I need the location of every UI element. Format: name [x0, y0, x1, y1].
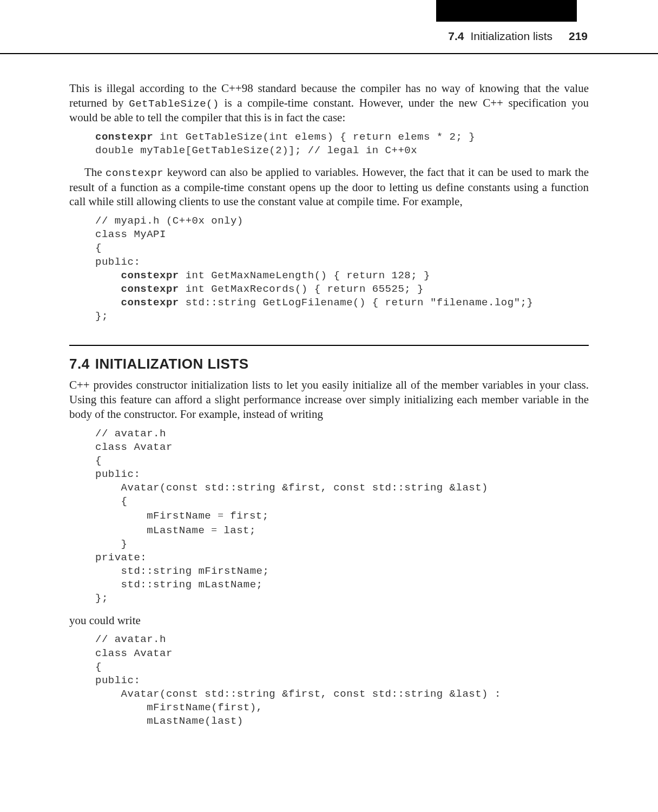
code-text: Avatar(const std::string &first, const s…	[95, 688, 501, 700]
body-paragraph: C++ provides constructor initialization …	[69, 378, 589, 422]
inline-code: constexpr	[106, 167, 163, 179]
code-text: private:	[95, 552, 147, 564]
code-text: int GetMaxRecords() { return 65525; }	[179, 283, 424, 295]
inline-code: GetTableSize()	[129, 98, 219, 110]
page-tab-marker	[436, 0, 577, 22]
header-page-number: 219	[569, 30, 588, 42]
code-text: class Avatar	[95, 441, 173, 453]
section-title: INITIALIZATION LISTS	[95, 356, 249, 372]
code-keyword: constexpr	[121, 297, 179, 309]
code-text: class Avatar	[95, 647, 173, 659]
code-text: std::string mLastName;	[95, 579, 262, 591]
running-header: 7.4 Initialization lists 219	[448, 30, 588, 43]
code-text: mLastName(last)	[95, 715, 244, 727]
code-text: double myTable[GetTableSize(2)]; // lega…	[95, 145, 417, 156]
code-text: mLastName	[95, 525, 211, 536]
equals-glyph: =	[218, 509, 223, 521]
code-text: first;	[223, 510, 268, 522]
code-text: {	[95, 455, 102, 467]
code-block: // myapi.h (C++0x only) class MyAPI { pu…	[95, 214, 589, 323]
code-text	[95, 283, 121, 295]
code-block: // avatar.h class Avatar { public: Avata…	[95, 427, 589, 606]
code-text: mFirstName	[95, 510, 218, 522]
code-keyword: constexpr	[121, 283, 179, 295]
code-text: };	[95, 592, 108, 604]
code-text: Avatar(const std::string &first, const s…	[95, 482, 488, 494]
code-text: std::string mFirstName;	[95, 565, 269, 577]
code-block: constexpr int GetTableSize(int elems) { …	[95, 130, 589, 158]
code-text: // avatar.h	[95, 633, 166, 645]
code-text: };	[95, 310, 108, 322]
code-text: std::string GetLogFilename() { return "f…	[179, 297, 534, 309]
code-text: public:	[95, 468, 140, 480]
code-text	[95, 297, 121, 309]
body-paragraph: you could write	[69, 613, 589, 628]
header-section-title: Initialization lists	[470, 30, 552, 42]
section-number: 7.4	[69, 356, 90, 372]
code-keyword: constexpr	[121, 270, 179, 281]
section-heading: 7.4INITIALIZATION LISTS	[69, 356, 589, 372]
code-text: }	[95, 538, 128, 550]
code-text: // myapi.h (C++0x only)	[95, 215, 244, 227]
code-text: {	[95, 495, 128, 507]
code-block: // avatar.h class Avatar { public: Avata…	[95, 633, 589, 728]
code-text: // avatar.h	[95, 428, 166, 440]
body-paragraph: This is illegal according to the C++98 s…	[69, 81, 589, 125]
code-text: int GetTableSize(int elems) { return ele…	[153, 131, 475, 143]
section-rule	[69, 345, 589, 346]
page-content: This is illegal according to the C++98 s…	[69, 81, 589, 736]
code-text: {	[95, 242, 102, 254]
header-section-number: 7.4	[448, 30, 464, 42]
equals-glyph: =	[211, 524, 217, 535]
text-run: The	[84, 166, 106, 179]
code-text: mFirstName(first),	[95, 702, 262, 713]
code-text: int GetMaxNameLength() { return 128; }	[179, 270, 430, 281]
code-text: last;	[217, 525, 255, 536]
code-keyword: constexpr	[95, 131, 153, 143]
code-text: public:	[95, 675, 140, 686]
code-text	[95, 270, 121, 281]
code-text: {	[95, 661, 102, 673]
code-text: public:	[95, 256, 140, 268]
body-paragraph: The constexpr keyword can also be applie…	[69, 165, 589, 209]
code-text: class MyAPI	[95, 228, 166, 240]
header-rule	[0, 53, 658, 54]
